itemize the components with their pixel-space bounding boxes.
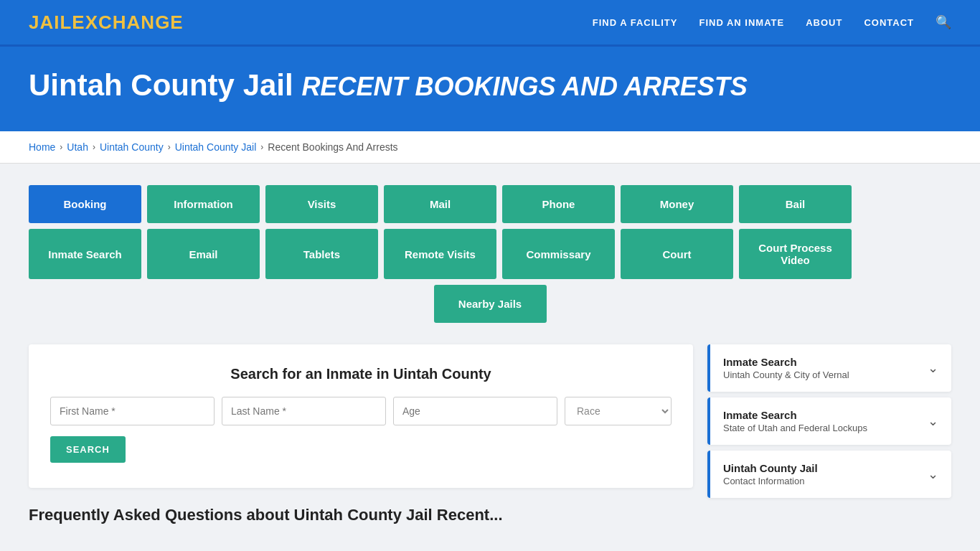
btn-court[interactable]: Court	[621, 229, 733, 279]
main-nav: FIND A FACILITY FIND AN INMATE ABOUT CON…	[593, 14, 951, 30]
logo-exchange: EXCHANGE	[72, 11, 183, 33]
breadcrumb-bar: Home › Utah › Uintah County › Uintah Cou…	[0, 131, 980, 164]
search-title: Search for an Inmate in Uintah County	[50, 366, 672, 382]
grid-row-1: Booking Information Visits Mail Phone Mo…	[29, 185, 951, 223]
breadcrumb-county[interactable]: Uintah County	[100, 141, 164, 153]
breadcrumb-utah[interactable]: Utah	[67, 141, 88, 153]
btn-inmate-search[interactable]: Inmate Search	[29, 229, 141, 279]
right-sidebar: Inmate Search Uintah County & City of Ve…	[707, 344, 951, 532]
breadcrumb-jail[interactable]: Uintah County Jail	[175, 141, 257, 153]
left-column: Search for an Inmate in Uintah County Ra…	[29, 344, 693, 532]
age-input[interactable]	[393, 397, 557, 425]
sidebar-card-2-header[interactable]: Inmate Search State of Utah and Federal …	[707, 397, 951, 445]
btn-remote-visits[interactable]: Remote Visits	[384, 229, 496, 279]
btn-bail[interactable]: Bail	[739, 185, 852, 223]
sidebar-card-2-text: Inmate Search State of Utah and Federal …	[723, 409, 867, 433]
sidebar-card-2: Inmate Search State of Utah and Federal …	[707, 397, 951, 445]
breadcrumb-chevron-2: ›	[93, 142, 95, 152]
hero-section: Uintah County Jail RECENT BOOKINGS AND A…	[0, 47, 980, 131]
chevron-down-icon-2: ⌄	[928, 413, 938, 429]
btn-visits[interactable]: Visits	[265, 185, 378, 223]
sidebar-card-1-title: Inmate Search	[723, 356, 849, 368]
last-name-input[interactable]	[222, 397, 386, 425]
sidebar-card-3-title: Uintah County Jail	[723, 462, 818, 474]
sidebar-card-2-title: Inmate Search	[723, 409, 867, 421]
nav-find-inmate[interactable]: FIND AN INMATE	[699, 17, 784, 28]
faq-section-title: Frequently Asked Questions about Uintah …	[29, 488, 693, 532]
breadcrumb-home[interactable]: Home	[29, 141, 55, 153]
btn-phone[interactable]: Phone	[502, 185, 615, 223]
navigation-grid: Booking Information Visits Mail Phone Mo…	[29, 185, 951, 323]
sidebar-card-1-text: Inmate Search Uintah County & City of Ve…	[723, 356, 849, 380]
logo-jail: JAIL	[29, 11, 72, 33]
breadcrumb-current: Recent Bookings And Arrests	[268, 141, 397, 153]
btn-email[interactable]: Email	[147, 229, 260, 279]
sidebar-card-1-subtitle: Uintah County & City of Vernal	[723, 369, 849, 380]
sidebar-card-2-subtitle: State of Utah and Federal Lockups	[723, 423, 867, 433]
page-title: Uintah County Jail RECENT BOOKINGS AND A…	[29, 68, 951, 103]
nav-contact[interactable]: CONTACT	[864, 17, 914, 28]
btn-tablets[interactable]: Tablets	[265, 229, 378, 279]
nav-about[interactable]: ABOUT	[806, 17, 842, 28]
content-columns: Search for an Inmate in Uintah County Ra…	[29, 344, 951, 532]
chevron-down-icon: ⌄	[928, 360, 938, 376]
logo[interactable]: JAILEXCHANGE	[29, 11, 184, 34]
sidebar-card-1-header[interactable]: Inmate Search Uintah County & City of Ve…	[707, 344, 951, 392]
sidebar-card-3: Uintah County Jail Contact Information ⌄	[707, 451, 951, 498]
sidebar-card-3-subtitle: Contact Information	[723, 476, 818, 486]
sidebar-card-3-text: Uintah County Jail Contact Information	[723, 462, 818, 486]
btn-nearby-jails[interactable]: Nearby Jails	[434, 285, 547, 323]
search-button[interactable]: SEARCH	[50, 436, 126, 463]
breadcrumb-chevron-4: ›	[260, 142, 263, 152]
breadcrumb: Home › Utah › Uintah County › Uintah Cou…	[29, 141, 951, 153]
search-icon[interactable]: 🔍	[936, 14, 951, 30]
btn-booking[interactable]: Booking	[29, 185, 141, 223]
sidebar-card-1: Inmate Search Uintah County & City of Ve…	[707, 344, 951, 392]
main-content: Booking Information Visits Mail Phone Mo…	[0, 164, 980, 551]
race-select[interactable]: Race White Black Hispanic Asian Native A…	[565, 397, 672, 425]
breadcrumb-chevron-3: ›	[168, 142, 171, 152]
btn-money[interactable]: Money	[621, 185, 733, 223]
grid-row-3: Nearby Jails	[29, 285, 951, 323]
btn-information[interactable]: Information	[147, 185, 260, 223]
btn-commissary[interactable]: Commissary	[502, 229, 615, 279]
first-name-input[interactable]	[50, 397, 215, 425]
grid-row-2: Inmate Search Email Tablets Remote Visit…	[29, 229, 951, 279]
chevron-down-icon-3: ⌄	[928, 466, 938, 482]
header: JAILEXCHANGE FIND A FACILITY FIND AN INM…	[0, 0, 980, 47]
nav-find-facility[interactable]: FIND A FACILITY	[593, 17, 678, 28]
btn-court-process-video[interactable]: Court Process Video	[739, 229, 852, 279]
btn-mail[interactable]: Mail	[384, 185, 496, 223]
inmate-search-box: Search for an Inmate in Uintah County Ra…	[29, 344, 693, 488]
sidebar-card-3-header[interactable]: Uintah County Jail Contact Information ⌄	[707, 451, 951, 498]
search-fields: Race White Black Hispanic Asian Native A…	[50, 397, 672, 425]
breadcrumb-chevron-1: ›	[60, 142, 62, 152]
